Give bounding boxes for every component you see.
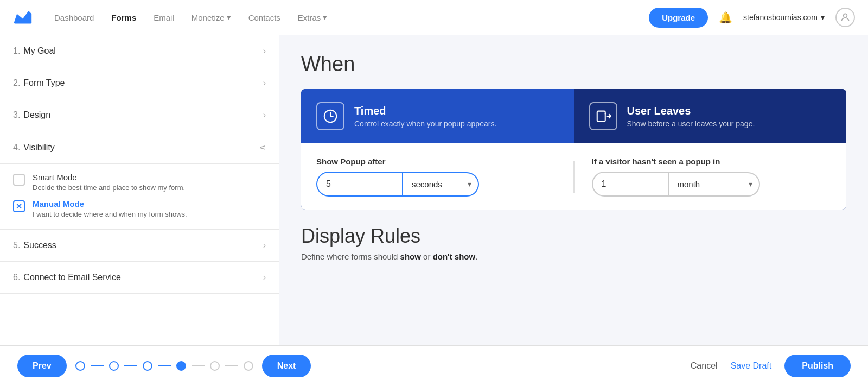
timing-row: Show Popup after seconds minutes hours [316,157,831,197]
sidebar: 1.My Goal › 2.Form Type › 3.Design › 4.V… [0,35,279,345]
visitor-timing-label: If a visitor hasn't seen a popup in [592,157,832,166]
sidebar-item-design[interactable]: 3.Design › [0,99,279,131]
user-leaves-desc: Show before a user leaves your page. [627,119,755,128]
step-4[interactable] [176,361,186,371]
chevron-down-icon: ▾ [821,13,825,22]
manual-mode-checkbox[interactable]: ✕ [13,200,25,212]
popup-delay-input[interactable] [316,172,403,197]
step-line-5 [225,365,238,366]
step-line-4 [192,365,205,366]
bottom-right: Cancel Save Draft Publish [691,355,851,377]
nav-dashboard[interactable]: Dashboard [54,13,94,22]
chevron-down-icon: ▾ [227,12,231,22]
bell-icon[interactable]: 🔔 [719,11,732,24]
visitor-timing-group: If a visitor hasn't seen a popup in minu… [592,157,832,197]
user-avatar[interactable] [835,8,855,27]
smart-mode-desc: Decide the best time and place to show m… [33,183,185,192]
logo[interactable] [13,9,33,26]
nav-extras[interactable]: Extras ▾ [298,12,328,22]
svg-rect-6 [597,111,605,122]
sidebar-item-email-service[interactable]: 6.Connect to Email Service › [0,262,279,294]
timed-title: Timed [354,105,496,117]
svg-rect-1 [14,22,31,24]
user-leaves-option[interactable]: User Leaves Show before a user leaves yo… [574,89,847,143]
next-button[interactable]: Next [262,355,311,377]
manual-mode-title: Manual Mode [33,199,187,208]
stepper [75,361,253,371]
publish-button[interactable]: Publish [784,355,851,377]
step-1[interactable] [75,361,85,371]
bottom-bar: Prev Next Cancel Save Draft Publish [0,345,868,386]
bottom-left: Prev Next [17,355,311,377]
nav-forms[interactable]: Forms [111,13,136,22]
nav-email[interactable]: Email [154,13,174,22]
chevron-right-icon: › [263,46,266,56]
chevron-down-icon: ∨ [258,144,268,151]
chevron-right-icon: › [263,273,266,282]
clock-icon-box [316,102,344,130]
visibility-content: Smart Mode Decide the best time and plac… [0,164,279,230]
nav-monetize[interactable]: Monetize ▾ [192,12,231,22]
trigger-options: Timed Control exactly when your popup ap… [301,89,846,143]
cancel-link[interactable]: Cancel [691,361,718,371]
svg-marker-0 [14,11,31,23]
visitor-unit-select[interactable]: minute hour day week month [668,172,760,197]
step-2[interactable] [109,361,119,371]
smart-mode-option[interactable]: Smart Mode Decide the best time and plac… [13,173,266,192]
dont-show-text: don't show [433,252,476,261]
domain-selector[interactable]: stefanosbournias.com ▾ [743,13,825,22]
timing-divider [573,161,575,193]
display-rules-section: Display Rules Define where forms should … [301,225,846,261]
popup-timing-label: Show Popup after [316,157,556,166]
manual-mode-desc: I want to decide where and when my form … [33,210,187,218]
step-6[interactable] [244,361,253,371]
main-layout: 1.My Goal › 2.Form Type › 3.Design › 4.V… [0,35,868,345]
display-rules-title: Display Rules [301,225,846,248]
main-nav: Dashboard Forms Email Monetize ▾ Contact… [54,12,649,22]
timed-desc: Control exactly when your popup appears. [354,119,496,128]
step-5[interactable] [210,361,220,371]
manual-mode-option[interactable]: ✕ Manual Mode I want to decide where and… [13,199,266,218]
smart-mode-checkbox[interactable] [13,174,25,186]
step-line-1 [91,365,104,366]
step-line-2 [124,365,137,366]
crown-icon [13,16,33,26]
when-title: When [301,53,846,76]
exit-icon-box [589,102,617,130]
main-content: When Timed Control exactly when your pop… [279,35,868,345]
step-line-3 [158,365,171,366]
prev-button[interactable]: Prev [17,355,67,377]
show-text: show [400,252,421,261]
sidebar-item-visibility[interactable]: 4.Visibility ∨ [0,131,279,164]
chevron-right-icon: › [263,241,266,250]
chevron-right-icon: › [263,78,266,88]
user-leaves-title: User Leaves [627,105,755,117]
nav-contacts[interactable]: Contacts [248,13,280,22]
upgrade-button[interactable]: Upgrade [649,8,708,28]
timing-section: Show Popup after seconds minutes hours [301,143,846,210]
trigger-card: Timed Control exactly when your popup ap… [301,89,846,210]
step-3[interactable] [143,361,152,371]
save-draft-link[interactable]: Save Draft [731,361,772,371]
sidebar-item-my-goal[interactable]: 1.My Goal › [0,35,279,67]
smart-mode-title: Smart Mode [33,173,185,182]
visitor-delay-input[interactable] [592,172,668,197]
domain-name: stefanosbournias.com [743,13,818,22]
display-rules-desc: Define where forms should show or don't … [301,252,846,261]
popup-timing-group: Show Popup after seconds minutes hours [316,157,556,197]
chevron-right-icon: › [263,110,266,120]
chevron-down-icon: ▾ [323,12,327,22]
header: Dashboard Forms Email Monetize ▾ Contact… [0,0,868,35]
header-right: Upgrade 🔔 stefanosbournias.com ▾ [649,8,855,28]
popup-unit-select[interactable]: seconds minutes hours [403,172,479,197]
svg-point-2 [844,14,847,17]
sidebar-item-form-type[interactable]: 2.Form Type › [0,67,279,99]
timed-option[interactable]: Timed Control exactly when your popup ap… [301,89,574,143]
sidebar-item-success[interactable]: 5.Success › [0,230,279,262]
